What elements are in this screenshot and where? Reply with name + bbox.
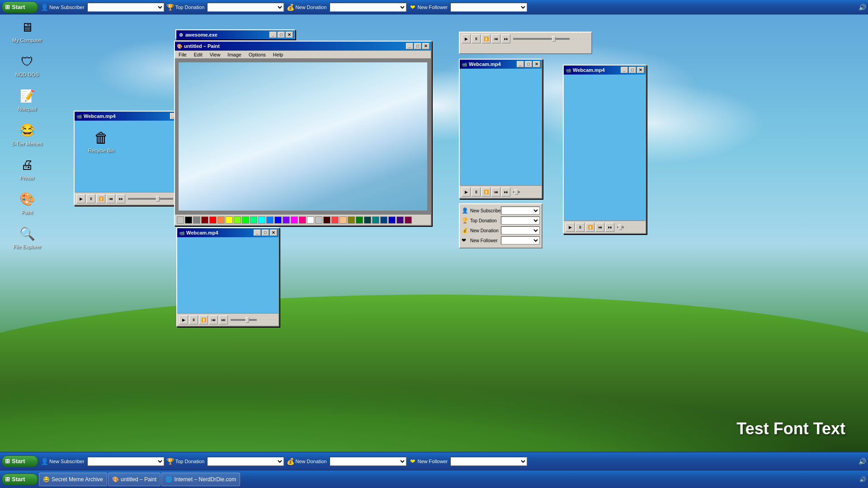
tb-follower-dropdown-top[interactable]: [450, 3, 527, 12]
desktop-icon-mycomputer[interactable]: 🖥 My Computer: [9, 18, 45, 43]
media-slider[interactable]: [513, 38, 570, 40]
tb-topdonation-dropdown-top[interactable]: [207, 3, 284, 12]
color-swatch-white[interactable]: [307, 216, 314, 224]
paint-minimize-btn[interactable]: _: [406, 43, 413, 49]
color-swatch-indigo[interactable]: [396, 216, 404, 224]
webcam2-maximize-btn[interactable]: □: [525, 61, 532, 67]
color-swatch-teal[interactable]: [372, 216, 379, 224]
stream-donation-dropdown[interactable]: [501, 226, 540, 235]
taskbar-secret-meme-archive[interactable]: 😂 Secret Meme Archive: [39, 473, 107, 486]
color-swatch-purple[interactable]: [283, 216, 290, 224]
desktop-icon-fileexplorer[interactable]: 🔍 File Explorer: [9, 225, 45, 250]
webcam2-minimize-btn[interactable]: _: [517, 61, 524, 67]
webcam3-pause-btn[interactable]: ⏸: [576, 223, 585, 232]
color-swatch-gray[interactable]: [193, 216, 200, 224]
color-swatch-pink[interactable]: [299, 216, 306, 224]
taskbar-internet-nerddordie[interactable]: 🌐 Internet – NerdDrDie.com: [161, 473, 240, 486]
color-swatch-darkgreen[interactable]: [356, 216, 363, 224]
webcam4-pause-btn[interactable]: ⏸: [189, 315, 198, 324]
webcam3-close-btn[interactable]: ✕: [637, 67, 644, 73]
webcam1-stop-btn[interactable]: ⏫: [96, 194, 105, 203]
color-swatch-cyan[interactable]: [258, 216, 265, 224]
webcam2-prev-btn[interactable]: ⏮: [491, 188, 500, 197]
webcam3-minimize-btn[interactable]: _: [621, 67, 628, 73]
paint-menu-image[interactable]: Image: [226, 52, 243, 58]
color-swatch-navy[interactable]: [388, 216, 396, 224]
paint-menu-file[interactable]: File: [177, 52, 189, 58]
color-swatch-maroon[interactable]: [323, 216, 330, 224]
desktop-icon-paint[interactable]: 🎨 Paint: [9, 190, 45, 216]
webcam1-next-btn[interactable]: ⏭: [116, 194, 125, 203]
webcam4-slider[interactable]: [231, 319, 257, 321]
color-swatch-silver[interactable]: [315, 216, 322, 224]
webcam1-prev-btn[interactable]: ⏮: [106, 194, 115, 203]
color-swatch-skyblue[interactable]: [266, 216, 274, 224]
desktop-icon-notepad[interactable]: 📝 Notepad: [9, 87, 45, 112]
color-swatch-orange[interactable]: [217, 216, 225, 224]
tb-donation-dropdown-top[interactable]: [330, 3, 406, 12]
webcam3-stop-btn[interactable]: ⏫: [585, 223, 594, 232]
media-pause-btn[interactable]: ⏸: [472, 34, 481, 43]
webcam2-slider[interactable]: [513, 191, 520, 193]
paint-close-btn[interactable]: ✕: [422, 43, 429, 49]
webcam4-next-btn[interactable]: ⏭: [219, 315, 228, 324]
paint-menu-edit[interactable]: Edit: [192, 52, 204, 58]
color-swatch-bg[interactable]: [177, 216, 184, 224]
recycle-bin-icon[interactable]: 🗑 Recycle Bin: [88, 130, 114, 153]
taskbar-untitled-paint[interactable]: 🎨 untitled – Paint: [108, 473, 160, 486]
color-swatch-coral[interactable]: [331, 216, 339, 224]
color-swatch-yellow[interactable]: [226, 216, 233, 224]
color-swatch-navy2[interactable]: [380, 216, 387, 224]
webcam4-prev-btn[interactable]: ⏮: [209, 315, 218, 324]
webcam2-close-btn[interactable]: ✕: [533, 61, 540, 67]
paint-maximize-btn[interactable]: □: [414, 43, 421, 49]
desktop-icon-noddos[interactable]: 🛡 NOD-DOS: [9, 52, 45, 78]
tb-subscriber-dropdown-top[interactable]: [87, 3, 164, 12]
color-swatch-darkred[interactable]: [201, 216, 208, 224]
awesome-minimize-btn[interactable]: _: [269, 32, 277, 38]
color-swatch-peach[interactable]: [340, 216, 347, 224]
webcam3-next-btn[interactable]: ⏭: [605, 223, 614, 232]
start-button-bottom[interactable]: ⊞ Start: [2, 474, 38, 485]
webcam2-stop-btn[interactable]: ⏫: [481, 188, 491, 197]
color-swatch-green[interactable]: [242, 216, 249, 224]
media-stop-btn[interactable]: ⏫: [481, 34, 491, 43]
color-swatch-ruby[interactable]: [405, 216, 412, 224]
webcam1-slider[interactable]: [128, 198, 173, 200]
awesome-close-btn[interactable]: ✕: [286, 32, 293, 38]
stream-subscriber-dropdown[interactable]: [501, 206, 540, 215]
start-button-top[interactable]: ⊞ Start: [2, 1, 38, 13]
media-prev-btn[interactable]: ⏮: [491, 34, 500, 43]
tb-donation-dropdown-middle[interactable]: [330, 457, 406, 466]
paint-menu-help[interactable]: Help: [271, 52, 285, 58]
awesome-maximize-btn[interactable]: □: [278, 32, 285, 38]
webcam4-close-btn[interactable]: ✕: [270, 230, 277, 236]
webcam3-play-btn[interactable]: ▶: [566, 223, 575, 232]
webcam1-pause-btn[interactable]: ⏸: [86, 194, 95, 203]
webcam4-maximize-btn[interactable]: □: [262, 230, 269, 236]
color-swatch-teal2[interactable]: [364, 216, 371, 224]
desktop-icon-printer[interactable]: 🖨 Printer: [9, 156, 45, 181]
tb-follower-dropdown-middle[interactable]: [450, 457, 527, 466]
color-swatch-olive[interactable]: [348, 216, 355, 224]
color-swatch-mint[interactable]: [250, 216, 257, 224]
stream-follower-dropdown[interactable]: [501, 236, 540, 244]
color-swatch-blue[interactable]: [274, 216, 282, 224]
webcam3-prev-btn[interactable]: ⏮: [595, 223, 604, 232]
color-swatch-magenta[interactable]: [291, 216, 298, 224]
webcam3-maximize-btn[interactable]: □: [629, 67, 636, 73]
color-swatch-lime[interactable]: [234, 216, 241, 224]
tb-topdonation-dropdown-middle[interactable]: [207, 457, 284, 466]
webcam3-slider[interactable]: [617, 226, 624, 228]
tb-subscriber-dropdown-middle[interactable]: [87, 457, 164, 466]
start-button-middle[interactable]: ⊞ Start: [2, 455, 38, 467]
stream-topdonation-dropdown[interactable]: [501, 216, 540, 225]
webcam4-play-btn[interactable]: ▶: [179, 315, 188, 324]
paint-menu-view[interactable]: View: [208, 52, 222, 58]
color-swatch-red[interactable]: [209, 216, 217, 224]
media-play-btn[interactable]: ▶: [462, 34, 471, 43]
webcam2-next-btn[interactable]: ⏭: [501, 188, 510, 197]
color-swatch-black[interactable]: [185, 216, 192, 224]
webcam1-play-btn[interactable]: ▶: [76, 194, 85, 203]
webcam2-pause-btn[interactable]: ⏸: [472, 188, 481, 197]
